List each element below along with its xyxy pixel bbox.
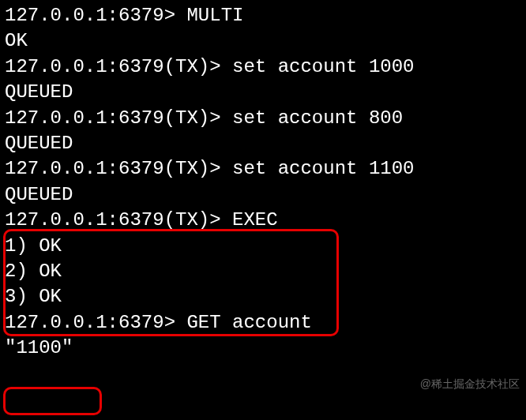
terminal-line: 127.0.0.1:6379(TX)> set account 800 — [5, 106, 521, 131]
terminal-line: QUEUED — [5, 80, 521, 105]
terminal-line: 127.0.0.1:6379(TX)> set account 1100 — [5, 156, 521, 182]
terminal-output: 127.0.0.1:6379> MULTI OK 127.0.0.1:6379(… — [5, 3, 521, 361]
terminal-line: 2) OK — [5, 259, 521, 284]
watermark-text: @稀土掘金技术社区 — [420, 377, 520, 392]
terminal-line: 1) OK — [5, 234, 521, 259]
terminal-line: 3) OK — [5, 284, 521, 309]
terminal-line: 127.0.0.1:6379(TX)> EXEC — [5, 208, 521, 233]
terminal-line: QUEUED — [5, 182, 521, 208]
terminal-line: 127.0.0.1:6379> MULTI — [5, 3, 521, 28]
terminal-line: QUEUED — [5, 131, 521, 156]
highlight-result — [3, 387, 102, 415]
terminal-line: "1100" — [5, 336, 521, 361]
terminal-line: OK — [5, 28, 521, 54]
terminal-line: 127.0.0.1:6379> GET account — [5, 310, 521, 336]
terminal-line: 127.0.0.1:6379(TX)> set account 1000 — [5, 54, 521, 80]
